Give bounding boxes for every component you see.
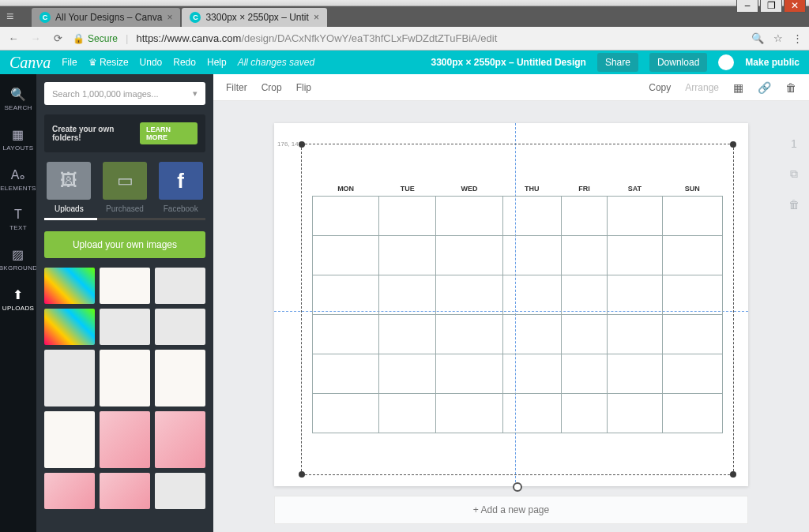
learn-more-button[interactable]: LEARN MORE bbox=[140, 122, 198, 144]
browser-tab-1[interactable]: C 3300px × 2550px – Untit × bbox=[182, 8, 326, 27]
calendar-cell[interactable] bbox=[502, 275, 561, 315]
calendar-cell[interactable] bbox=[436, 354, 502, 394]
link-icon[interactable]: 🔗 bbox=[758, 81, 771, 94]
upload-thumb[interactable] bbox=[100, 411, 150, 468]
kebab-icon[interactable]: ⋮ bbox=[792, 32, 803, 44]
secure-badge[interactable]: 🔒 Secure bbox=[73, 33, 118, 44]
menu-file[interactable]: File bbox=[62, 57, 77, 68]
calendar-cell[interactable] bbox=[662, 275, 722, 315]
arrange-button[interactable]: Arrange bbox=[685, 82, 719, 93]
canva-logo[interactable]: Canva bbox=[9, 54, 51, 72]
upload-thumb[interactable] bbox=[100, 268, 150, 304]
calendar-cell[interactable] bbox=[561, 275, 607, 315]
copy-button[interactable]: Copy bbox=[649, 82, 671, 93]
page-number[interactable]: 1 bbox=[791, 137, 797, 150]
menu-undo[interactable]: Undo bbox=[140, 57, 163, 68]
rail-uploads[interactable]: ⬆UPLOADS bbox=[0, 283, 36, 317]
resize-handle-ne[interactable] bbox=[730, 141, 736, 148]
upload-thumb[interactable] bbox=[155, 309, 205, 345]
upload-thumb[interactable] bbox=[44, 473, 95, 509]
design-page[interactable]: 176, 147 MONTUEWEDTHUFRISATSUN bbox=[274, 123, 748, 486]
flip-button[interactable]: Flip bbox=[296, 82, 311, 93]
calendar-cell[interactable] bbox=[608, 275, 663, 315]
filter-button[interactable]: Filter bbox=[226, 82, 247, 93]
back-icon[interactable]: ← bbox=[6, 32, 21, 44]
calendar-grid[interactable]: MONTUEWEDTHUFRISATSUN bbox=[312, 182, 723, 433]
rail-text[interactable]: TTEXT bbox=[0, 203, 36, 236]
calendar-cell[interactable] bbox=[313, 197, 379, 236]
window-minimize-button[interactable]: – bbox=[736, 0, 758, 13]
transparency-icon[interactable]: ▦ bbox=[733, 81, 743, 94]
resize-handle-sw[interactable] bbox=[299, 471, 305, 478]
upload-thumb[interactable] bbox=[155, 473, 205, 509]
rotate-handle[interactable] bbox=[513, 482, 522, 492]
calendar-cell[interactable] bbox=[436, 236, 502, 275]
close-icon[interactable]: × bbox=[314, 12, 319, 23]
upload-thumb[interactable] bbox=[44, 268, 95, 304]
calendar-cell[interactable] bbox=[662, 197, 722, 236]
calendar-cell[interactable] bbox=[561, 354, 607, 394]
calendar-cell[interactable] bbox=[608, 354, 663, 394]
crop-button[interactable]: Crop bbox=[262, 82, 282, 93]
calendar-cell[interactable] bbox=[561, 236, 607, 275]
calendar-cell[interactable] bbox=[662, 236, 722, 275]
calendar-cell[interactable] bbox=[561, 394, 607, 433]
duplicate-page-icon[interactable]: ⧉ bbox=[790, 167, 798, 181]
resize-handle-se[interactable] bbox=[730, 471, 736, 478]
reload-icon[interactable]: ⟳ bbox=[51, 32, 65, 44]
upload-thumb[interactable] bbox=[44, 350, 95, 406]
window-close-button[interactable]: ✕ bbox=[784, 0, 806, 13]
calendar-cell[interactable] bbox=[379, 354, 436, 394]
make-public-button[interactable]: Make public bbox=[745, 57, 800, 68]
rail-search[interactable]: 🔍SEARCH bbox=[0, 82, 36, 116]
upload-thumb[interactable] bbox=[100, 473, 150, 509]
calendar-cell[interactable] bbox=[608, 197, 663, 236]
calendar-cell[interactable] bbox=[561, 315, 607, 354]
close-icon[interactable]: × bbox=[167, 12, 172, 23]
menu-resize[interactable]: ♛ Resize bbox=[88, 57, 129, 68]
uploads-tab[interactable]: 🖼 Uploads bbox=[44, 162, 94, 213]
calendar-cell[interactable] bbox=[608, 394, 663, 433]
calendar-cell[interactable] bbox=[608, 236, 663, 275]
calendar-cell[interactable] bbox=[379, 275, 436, 315]
calendar-cell[interactable] bbox=[379, 197, 436, 236]
calendar-cell[interactable] bbox=[379, 315, 436, 354]
upload-thumb[interactable] bbox=[44, 309, 95, 345]
window-maximize-button[interactable]: ❐ bbox=[760, 0, 782, 13]
calendar-cell[interactable] bbox=[313, 315, 379, 354]
trash-icon[interactable]: 🗑 bbox=[785, 81, 796, 94]
calendar-cell[interactable] bbox=[502, 236, 561, 275]
forward-icon[interactable]: → bbox=[28, 32, 43, 44]
calendar-cell[interactable] bbox=[502, 315, 561, 354]
upload-thumb[interactable] bbox=[100, 309, 150, 345]
calendar-cell[interactable] bbox=[379, 394, 436, 433]
calendar-cell[interactable] bbox=[502, 354, 561, 394]
upload-images-button[interactable]: Upload your own images bbox=[44, 231, 205, 258]
calendar-cell[interactable] bbox=[662, 354, 722, 394]
download-button[interactable]: Download bbox=[649, 53, 707, 72]
menu-redo[interactable]: Redo bbox=[173, 57, 196, 68]
calendar-cell[interactable] bbox=[313, 354, 379, 394]
calendar-cell[interactable] bbox=[313, 394, 379, 433]
calendar-cell[interactable] bbox=[436, 394, 502, 433]
calendar-cell[interactable] bbox=[502, 394, 561, 433]
image-search-input[interactable]: Search 1,000,000 images... ▾ bbox=[44, 82, 205, 105]
rail-elements[interactable]: AₒELEMENTS bbox=[0, 163, 36, 197]
resize-handle-nw[interactable] bbox=[299, 141, 305, 148]
rail-background[interactable]: ▨BKGROUND bbox=[0, 242, 36, 276]
calendar-cell[interactable] bbox=[662, 315, 722, 354]
calendar-cell[interactable] bbox=[436, 197, 502, 236]
calendar-cell[interactable] bbox=[662, 394, 722, 433]
upload-thumb[interactable] bbox=[155, 350, 205, 406]
calendar-cell[interactable] bbox=[608, 315, 663, 354]
document-title[interactable]: 3300px × 2550px – Untitled Design bbox=[431, 57, 585, 68]
upload-thumb[interactable] bbox=[155, 411, 205, 468]
calendar-cell[interactable] bbox=[379, 236, 436, 275]
url-input[interactable]: https://www.canva.com/design/DACxNfkYOwY… bbox=[136, 32, 743, 44]
share-button[interactable]: Share bbox=[597, 53, 638, 72]
delete-page-icon[interactable]: 🗑 bbox=[788, 198, 800, 211]
add-page-button[interactable]: + Add a new page bbox=[274, 496, 748, 524]
upload-thumb[interactable] bbox=[100, 350, 150, 406]
calendar-cell[interactable] bbox=[502, 197, 561, 236]
avatar[interactable] bbox=[718, 54, 734, 70]
